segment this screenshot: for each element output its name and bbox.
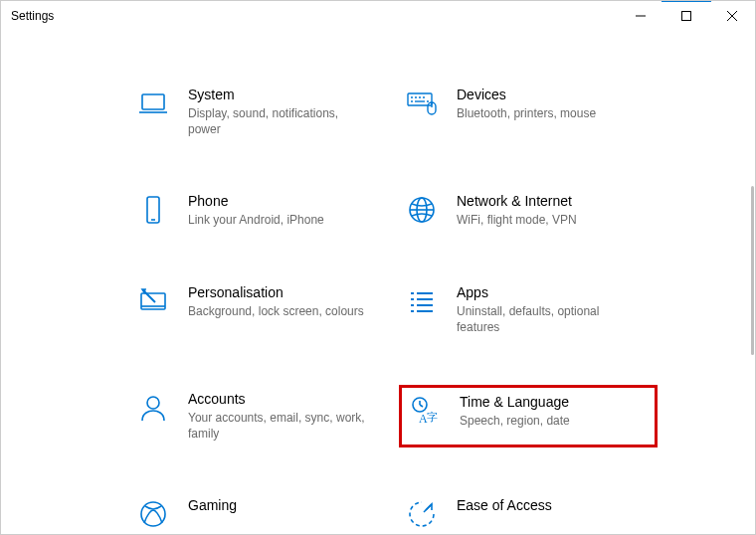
time-language-icon: A 字 [408,394,442,428]
xbox-icon [136,497,170,531]
keyboard-mouse-icon [405,87,439,120]
svg-rect-4 [142,94,164,109]
category-time-language[interactable]: A 字 Time & Language Speech, region, date [399,385,658,447]
category-label: Phone [188,193,324,209]
category-desc: Speech, region, date [460,413,570,429]
category-desc: Bluetooth, printers, mouse [457,105,596,121]
category-personalisation[interactable]: Personalisation Background, lock screen,… [130,278,389,341]
category-label: Network & Internet [457,193,577,209]
svg-rect-1 [682,12,691,21]
category-desc: WiFi, flight mode, VPN [457,212,577,228]
category-apps[interactable]: Apps Uninstall, defaults, optional featu… [399,278,658,341]
svg-line-40 [424,504,432,512]
category-devices[interactable]: Devices Bluetooth, printers, mouse [399,81,658,143]
svg-point-33 [147,397,159,409]
category-label: Accounts [188,391,367,407]
category-accounts[interactable]: Accounts Your accounts, email, sync, wor… [130,385,389,447]
globe-icon [405,193,439,227]
category-system[interactable]: System Display, sound, notifications, po… [130,81,389,143]
category-desc: Background, lock screen, colours [188,303,364,319]
close-button[interactable] [709,1,755,31]
category-phone[interactable]: Phone Link your Android, iPhone [130,187,389,234]
svg-line-36 [420,405,423,407]
window-controls [618,1,755,31]
phone-icon [136,193,170,227]
category-label: Ease of Access [457,497,552,513]
category-label: Apps [457,284,636,300]
list-icon [405,284,439,318]
category-label: System [188,87,367,102]
svg-marker-24 [142,289,145,292]
category-label: Personalisation [188,284,364,300]
category-desc: Display, sound, notifications, power [188,105,367,137]
category-grid: System Display, sound, notifications, po… [130,31,695,534]
category-desc: Uninstall, defaults, optional features [457,303,636,335]
pen-monitor-icon [136,284,170,318]
category-gaming[interactable]: Gaming [130,491,389,534]
category-label: Gaming [188,497,237,513]
svg-text:字: 字 [427,411,438,423]
laptop-icon [136,87,170,120]
category-desc: Link your Android, iPhone [188,212,324,228]
scrollbar-thumb[interactable] [751,186,754,355]
category-network[interactable]: Network & Internet WiFi, flight mode, VP… [399,187,658,234]
titlebar: Settings [1,1,755,31]
content-area: System Display, sound, notifications, po… [1,31,755,534]
minimize-button[interactable] [618,1,663,31]
category-ease-of-access[interactable]: Ease of Access [399,491,658,534]
person-icon [136,391,170,425]
svg-rect-16 [147,197,159,223]
category-label: Time & Language [460,394,570,410]
ease-of-access-icon [405,497,439,531]
accent-bar [662,0,711,2]
window-title: Settings [11,9,618,23]
maximize-button[interactable] [663,1,709,31]
category-label: Devices [457,87,596,102]
category-desc: Your accounts, email, sync, work, family [188,410,367,442]
